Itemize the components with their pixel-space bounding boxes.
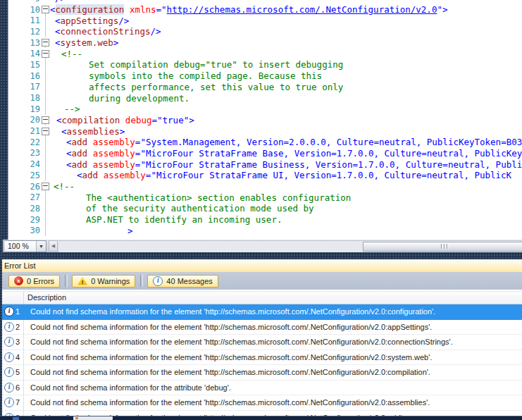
fold-margin [41,170,50,181]
error-row-description: Could not find schema information for th… [25,383,231,392]
code-token: add [82,170,99,180]
code-token: add [72,148,88,159]
collapse-toggle-icon[interactable] [41,37,50,49]
fold-margin [41,203,50,214]
code-token: assembly [93,137,135,147]
fold-line [45,203,46,214]
horizontal-scrollbar[interactable] [58,240,522,252]
collapse-toggle-icon[interactable] [41,48,50,59]
taskbar-button[interactable] [73,416,113,420]
error-row-description: Could not find schema information for th… [25,323,432,331]
collapse-toggle-icon[interactable] [41,115,50,126]
code-token: assembly [93,159,135,170]
code-token: > [189,115,194,125]
code-line[interactable]: 26<!-- [8,181,522,192]
code-token: < [66,137,72,147]
code-line[interactable]: 18during development. [8,92,522,104]
error-row[interactable]: i7Could not find schema information for … [2,395,522,411]
collapse-box-glyph [42,6,49,13]
scroll-left-arrow-icon[interactable]: ◀ [49,240,58,252]
line-number: 20 [8,115,41,125]
fold-margin [41,15,50,26]
error-list-panel: Error List x0 Errors!0 Warningsi40 Messa… [2,259,522,420]
line-number: 17 [8,82,41,92]
code-line[interactable]: 10<configuration xmlns="http://schemas.m… [8,4,522,16]
error-row[interactable]: i1Could not find schema information for … [2,304,522,320]
code-text: ASP.NET to identify an incoming user. [86,214,282,225]
fold-margin [41,159,50,170]
error-row-icon-cell: i [2,367,15,377]
error-row-number: 6 [15,383,25,392]
line-number: 9 [8,0,41,4]
code-token: =" [156,4,167,15]
line-number: 13 [8,38,41,48]
code-token: system.web [61,37,113,48]
code-line[interactable]: 21<assemblies> [8,125,522,137]
error-row[interactable]: i5Could not find schema information for … [2,365,522,381]
scrollbar-thumb[interactable] [363,242,522,252]
fold-margin [41,192,50,203]
code-line[interactable]: 15Set compilation debug="true" to insert… [8,59,522,70]
code-line[interactable]: 14<!-- [8,48,522,59]
code-token [87,148,93,159]
fold-line [45,59,46,70]
code-line[interactable]: 17affects performance, set this value to… [8,82,522,93]
collapse-box-glyph [42,50,49,58]
warning-icon: ! [77,277,87,285]
code-line[interactable]: 13<system.web> [8,37,522,49]
code-text: /> [55,0,66,4]
fold-margin [41,26,50,37]
code-line[interactable]: 25<add assembly="MicroFour StrataFrame U… [8,170,522,181]
code-line[interactable]: 27The <authentication> section enables c… [8,192,522,203]
code-token: <!-- [61,49,82,59]
error-row[interactable]: i3Could not find schema information for … [2,335,522,350]
fold-line [45,225,46,236]
code-line[interactable]: 29ASP.NET to identify an incoming user. [8,214,522,226]
code-line[interactable]: 11<appSettings/> [8,15,522,26]
taskbar-icon[interactable] [13,417,19,420]
fold-line [45,104,46,115]
column-header-description[interactable]: Description [27,292,66,304]
code-line[interactable]: 16symbols into the compiled page. Becaus… [8,70,522,82]
code-line[interactable]: 12<connectionStrings/> [8,26,522,37]
code-text: affects performance, set this value to t… [89,82,343,92]
code-token: add [72,137,88,147]
zoom-level-value: 100 % [4,241,36,252]
code-line[interactable]: 22<add assembly="System.Management, Vers… [8,137,522,148]
code-token: connectionStrings [61,26,151,37]
collapse-toggle-icon[interactable] [41,125,50,137]
error-row[interactable]: i2Could not find schema information for … [2,320,522,335]
error-row-icon-cell: i [2,397,15,407]
code-line[interactable]: 30> [8,225,522,236]
code-token: xmlns [130,4,156,15]
collapse-toggle-icon[interactable] [41,181,50,192]
warnings-filter-button[interactable]: !0 Warnings [72,275,135,288]
errors-filter-button[interactable]: x0 Errors [8,275,60,288]
code-token: <!-- [54,181,75,192]
code-editor[interactable]: 9/>10<configuration xmlns="http://schema… [8,0,522,240]
code-line[interactable]: 28of the security authentication mode us… [8,203,522,214]
code-token: /> [150,26,161,37]
filter-button-label: 0 Errors [27,277,54,285]
code-line[interactable]: 20<compilation debug="true"> [8,115,522,126]
error-row-icon-cell: i [2,352,15,362]
error-row[interactable]: i6Could not find schema information for … [2,381,522,396]
code-text: <add assembly="MicroFour StrataFrame UI,… [77,170,511,180]
error-row-description: Could not find schema information for th… [25,353,432,362]
collapse-toggle-icon[interactable] [41,4,50,16]
infos-filter-button[interactable]: i40 Messages [147,275,218,288]
code-text: <add assembly="MicroFour StrataFrame Bus… [66,159,522,170]
code-line[interactable]: 19--> [8,104,522,115]
code-line[interactable]: 23<add assembly="MicroFour StrataFrame B… [8,148,522,159]
error-row[interactable]: i4Could not find schema information for … [2,350,522,366]
error-list-title[interactable]: Error List [2,259,522,272]
line-number: 25 [8,171,41,180]
zoom-level-select[interactable]: 100 % ▼ [4,240,46,252]
code-text: <!-- [61,49,82,59]
line-number: 27 [8,192,41,202]
line-number: 16 [8,71,41,81]
code-line[interactable]: 24<add assembly="MicroFour StrataFrame B… [8,159,522,170]
chevron-down-icon[interactable]: ▼ [36,241,46,252]
code-token: "MicroFour StrataFrame Base, Version=1.7… [140,148,522,159]
code-token: assembly [93,148,135,159]
